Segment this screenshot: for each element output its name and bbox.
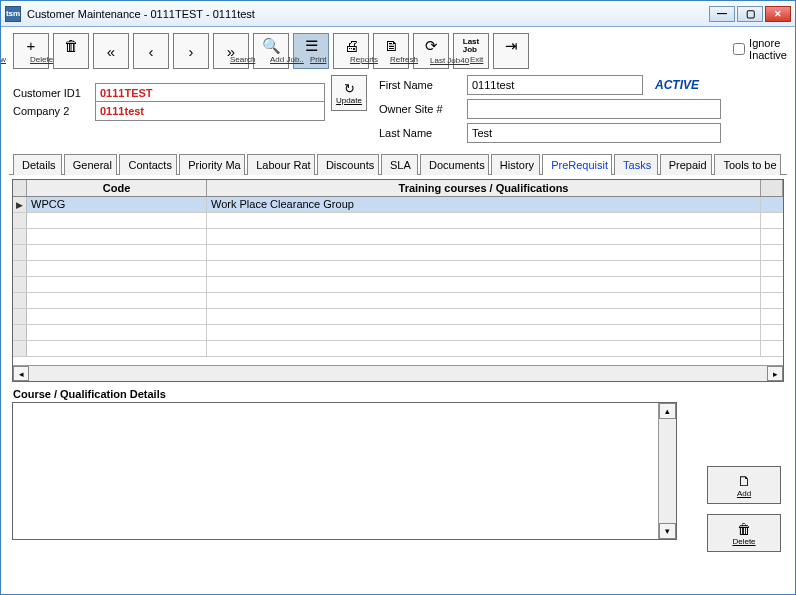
table-row[interactable] bbox=[13, 341, 783, 357]
tab-discounts[interactable]: Discounts bbox=[317, 154, 379, 175]
table-row[interactable] bbox=[13, 245, 783, 261]
add-icon: 🗋 bbox=[737, 473, 751, 489]
details-textarea[interactable] bbox=[13, 403, 658, 539]
grid-header-spacer bbox=[761, 180, 783, 196]
tab-prerequisit[interactable]: PreRequisit bbox=[542, 154, 612, 175]
table-row[interactable] bbox=[13, 261, 783, 277]
refresh-icon: ⟳ bbox=[425, 38, 438, 53]
tab-documents[interactable]: Documents bbox=[420, 154, 489, 175]
scroll-down-icon[interactable]: ▾ bbox=[659, 523, 676, 539]
customer-id-label: Customer ID1 bbox=[13, 87, 95, 99]
print-icon: 🖨 bbox=[344, 38, 359, 53]
toolbar: +New 🗑Delete « ‹ › » 🔍Search ☰Add Job.. … bbox=[9, 31, 787, 75]
owner-site-label: Owner Site # bbox=[379, 103, 467, 115]
nav-first-button[interactable]: « bbox=[93, 33, 129, 69]
add-button[interactable]: 🗋Add bbox=[707, 466, 781, 504]
tab-tasks[interactable]: Tasks bbox=[614, 154, 658, 175]
ignore-inactive-checkbox[interactable]: Ignore Inactive bbox=[733, 37, 787, 61]
titlebar: tsm Customer Maintenance - 0111TEST - 01… bbox=[1, 1, 795, 27]
table-row[interactable] bbox=[13, 293, 783, 309]
table-row[interactable] bbox=[13, 325, 783, 341]
first-name-label: First Name bbox=[379, 79, 467, 91]
tab-labour-rat[interactable]: Labour Rat bbox=[247, 154, 315, 175]
chevron-left-icon: ‹ bbox=[149, 44, 154, 59]
tab-prepaid[interactable]: Prepaid bbox=[660, 154, 713, 175]
last-name-label: Last Name bbox=[379, 127, 467, 139]
tab-bar: DetailsGeneralContactsPriority MaLabour … bbox=[9, 153, 787, 175]
tab-contacts[interactable]: Contacts bbox=[119, 154, 177, 175]
tab-history[interactable]: History bbox=[491, 154, 540, 175]
document-icon: 🗎 bbox=[384, 38, 399, 53]
first-name-input[interactable] bbox=[467, 75, 643, 95]
details-textarea-wrap: ▴ ▾ bbox=[12, 402, 677, 540]
tab-details[interactable]: Details bbox=[13, 154, 62, 175]
company-label: Company 2 bbox=[13, 105, 95, 117]
nav-prev-button[interactable]: ‹ bbox=[133, 33, 169, 69]
table-row[interactable]: ▶WPCGWork Place Clearance Group bbox=[13, 197, 783, 213]
delete-button[interactable]: 🗑Delete bbox=[53, 33, 89, 69]
lastjob-icon: LastJob bbox=[463, 38, 479, 54]
details-heading: Course / Qualification Details bbox=[9, 382, 787, 402]
close-button[interactable]: ✕ bbox=[765, 6, 791, 22]
app-icon: tsm bbox=[5, 6, 21, 22]
chevron-right-icon: › bbox=[189, 44, 194, 59]
search-icon: 🔍 bbox=[262, 38, 281, 53]
table-row[interactable] bbox=[13, 309, 783, 325]
window-title: Customer Maintenance - 0111TEST - 0111te… bbox=[27, 8, 709, 20]
status-badge: ACTIVE bbox=[655, 78, 699, 92]
maximize-button[interactable]: ▢ bbox=[737, 6, 763, 22]
grid-header-code[interactable]: Code bbox=[27, 180, 207, 196]
nav-next-button[interactable]: › bbox=[173, 33, 209, 69]
customer-id-input[interactable] bbox=[95, 83, 325, 103]
table-row[interactable] bbox=[13, 277, 783, 293]
grid-header-desc[interactable]: Training courses / Qualifications bbox=[207, 180, 761, 196]
company-input[interactable] bbox=[95, 101, 325, 121]
scroll-left-icon[interactable]: ◂ bbox=[13, 366, 29, 381]
update-icon: ↻ bbox=[344, 81, 355, 96]
list-icon: ☰ bbox=[305, 38, 318, 53]
exit-icon: ⇥ bbox=[505, 38, 518, 53]
tab-sla[interactable]: SLA bbox=[381, 154, 418, 175]
owner-site-input[interactable] bbox=[467, 99, 721, 119]
table-row[interactable] bbox=[13, 213, 783, 229]
details-vscrollbar[interactable]: ▴ ▾ bbox=[658, 403, 676, 539]
minimize-button[interactable]: — bbox=[709, 6, 735, 22]
tab-tools-to-be[interactable]: Tools to be bbox=[714, 154, 781, 175]
exit-button[interactable]: ⇥Exit bbox=[493, 33, 529, 69]
grid-hscrollbar[interactable]: ◂ ▸ bbox=[13, 365, 783, 381]
grid: Code Training courses / Qualifications ▶… bbox=[12, 179, 784, 382]
plus-icon: + bbox=[27, 38, 36, 53]
table-row[interactable] bbox=[13, 229, 783, 245]
tab-general[interactable]: General bbox=[64, 154, 118, 175]
last-name-input[interactable] bbox=[467, 123, 721, 143]
scroll-up-icon[interactable]: ▴ bbox=[659, 403, 676, 419]
rewind-icon: « bbox=[107, 44, 115, 59]
tab-priority-ma[interactable]: Priority Ma bbox=[179, 154, 245, 175]
scroll-right-icon[interactable]: ▸ bbox=[767, 366, 783, 381]
trash-icon: 🗑 bbox=[64, 38, 79, 53]
delete-row-button[interactable]: 🗑Delete bbox=[707, 514, 781, 552]
trash-icon: 🗑 bbox=[737, 521, 751, 537]
